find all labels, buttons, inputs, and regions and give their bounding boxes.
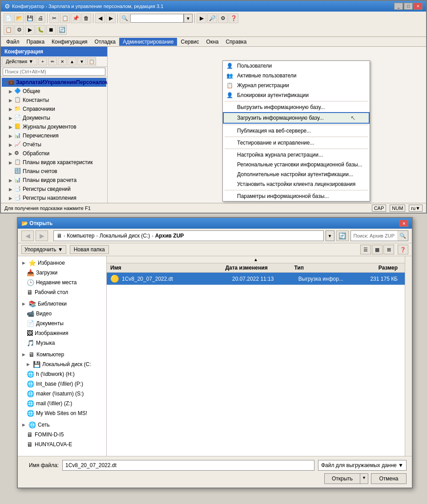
tree-item-directories[interactable]: ▶ 📁 Справочники <box>2 105 106 113</box>
search-toolbar-input[interactable] <box>130 14 184 23</box>
tree-item-enums[interactable]: ▶ 📊 Перечисления <box>2 131 106 140</box>
cancel-button[interactable]: Отмена <box>371 473 407 484</box>
paste-icon[interactable]: 📌 <box>71 13 81 23</box>
nav-music[interactable]: 🎵 Музыка <box>20 338 105 348</box>
menu-event-log[interactable]: 📋 Журнал регистрации <box>223 81 370 90</box>
menu-service[interactable]: Сервис <box>177 38 202 46</box>
tree-item-accounts[interactable]: 🔢 Планы счетов <box>2 167 106 176</box>
run-icon[interactable]: ▶ <box>197 13 206 23</box>
minimize-button[interactable]: _ <box>394 3 403 10</box>
copy-icon[interactable]: 📋 <box>60 13 70 23</box>
cut-icon[interactable]: ✂ <box>49 13 59 23</box>
nav-s-drive[interactable]: 🌐 maker (\\saturn) (S:) <box>20 389 105 399</box>
nav-h-drive[interactable]: 🌐 h (\\dbwork) (H:) <box>20 369 105 379</box>
status-lang[interactable]: ru▼ <box>409 205 423 212</box>
filetype-combo[interactable]: Файл для выгружаемых данне ▼ <box>318 460 407 471</box>
view-icons-button[interactable]: ⊞ <box>383 245 394 254</box>
menu-regional[interactable]: Региональные установки информационной ба… <box>223 160 370 169</box>
breadcrumb-disk[interactable]: Локальный диск (C:) <box>100 233 150 239</box>
print-icon[interactable]: 🖨 <box>36 13 45 23</box>
breadcrumb-folder[interactable]: Архив ZUP <box>155 233 184 239</box>
new-file-icon[interactable]: 📄 <box>4 13 13 23</box>
menu-configuration[interactable]: Конфигурация <box>48 38 91 46</box>
run2-icon[interactable]: ▶ <box>25 25 35 35</box>
menu-admin[interactable]: Администрирование <box>119 38 177 46</box>
organize-button[interactable]: Упорядочить ▼ <box>21 245 66 254</box>
menu-db-params[interactable]: Параметры информационной базы... <box>223 191 370 201</box>
tree-item-common[interactable]: ▶ 🔷 Общие <box>2 87 106 96</box>
tree-item-charplans[interactable]: ▶ 📋 Планы видов характеристик <box>2 158 106 167</box>
copy-panel-btn[interactable]: 📋 <box>87 57 96 65</box>
maximize-button[interactable]: □ <box>404 3 413 10</box>
debug-icon[interactable]: 🐛 <box>36 25 45 35</box>
menu-help[interactable]: Справка <box>222 38 250 46</box>
filename-input[interactable] <box>62 460 314 471</box>
menu-log-settings[interactable]: Настройка журнала регистрации... <box>223 150 370 160</box>
tree-item-root[interactable]: ▼ 💼 ЗарплатаИУправлениеПерсоналом <box>2 78 106 87</box>
col-header-type[interactable]: Тип <box>294 265 351 271</box>
delete-icon[interactable]: 🗑 <box>81 13 91 23</box>
open-file-icon[interactable]: 📂 <box>14 13 24 23</box>
dialog-close-button[interactable]: ✕ <box>399 220 408 227</box>
menu-import-db[interactable]: Загрузить информационную базу... ↖ <box>223 112 370 124</box>
actions-btn[interactable]: Действия ▼ <box>2 57 37 65</box>
refresh-toolbar-icon[interactable]: 🔄 <box>57 25 67 35</box>
file-list-scrollbar[interactable] <box>405 256 412 456</box>
col-header-name[interactable]: Имя <box>110 265 225 271</box>
open-dropdown-arrow[interactable]: ▼ <box>360 473 368 484</box>
close-button[interactable]: ✕ <box>414 3 423 10</box>
menu-extra-auth[interactable]: Дополнительные настройки аутентификации.… <box>223 169 370 179</box>
nav-recent[interactable]: 🕒 Недавние места <box>20 278 105 287</box>
nav-fomin[interactable]: 🖥 FOMIN-D-I5 <box>20 430 105 439</box>
tree-item-calcplans[interactable]: ▶ 📊 Планы видов расчета <box>2 176 106 185</box>
tree-item-accumregs[interactable]: ▶ 📑 Регистры накопления <box>2 194 106 202</box>
nav-documents[interactable]: 📄 Документы <box>20 319 105 328</box>
list-icon[interactable]: 📋 <box>4 25 13 35</box>
menu-web-publish[interactable]: Публикация на веб-сервере... <box>223 126 370 136</box>
menu-debug[interactable]: Отладка <box>91 38 119 46</box>
tree-item-processing[interactable]: ▶ ⚙ Обработки <box>2 149 106 158</box>
search-toolbar-icon[interactable]: 🔍 <box>120 13 129 23</box>
menu-license[interactable]: Установить настройки клиента лицензирова… <box>223 179 370 189</box>
nav-libraries[interactable]: ▶ 📚 Библиотеки <box>20 299 105 309</box>
new-folder-button[interactable]: Новая папка <box>70 245 109 254</box>
tree-item-constants[interactable]: ▶ 📋 Константы <box>2 96 106 105</box>
menu-test[interactable]: Тестирование и исправление... <box>223 138 370 148</box>
tree-item-inforegs[interactable]: ▶ 📑 Регистры сведений <box>2 185 106 194</box>
menu-windows[interactable]: Окна <box>203 38 222 46</box>
refresh-location-button[interactable]: 🔄 <box>336 230 349 241</box>
back-icon[interactable]: ◀ <box>95 13 105 23</box>
nav-computer[interactable]: ▶ 🖥 Компьютер <box>20 350 105 359</box>
menu-active-users[interactable]: 👥 Активные пользователи <box>223 71 370 81</box>
menu-users[interactable]: 👤 Пользователи <box>223 61 370 71</box>
add-btn[interactable]: + <box>38 57 47 65</box>
file-item-0[interactable]: 🟡 1Cv8_20_07_2022.dt 20.07.2022 11:13 Вы… <box>107 273 405 285</box>
open-button[interactable]: Открыть <box>324 473 360 484</box>
menu-edit[interactable]: Правка <box>23 38 48 46</box>
nav-downloads[interactable]: 📥 Загрузки <box>20 268 105 278</box>
search-submit-button[interactable]: 🔍 <box>397 231 408 241</box>
nav-web-sites[interactable]: 🌐 My Web Sites on MS! <box>20 408 105 418</box>
menu-auth-blocks[interactable]: 👤 Блокировки аутентификации <box>223 90 370 100</box>
nav-video[interactable]: 📹 Видео <box>20 309 105 319</box>
col-header-size[interactable]: Размер <box>352 265 401 271</box>
settings-icon[interactable]: ⚙ <box>218 13 228 23</box>
nav-network[interactable]: ▶ 🌐 Сеть <box>20 420 105 430</box>
col-header-date[interactable]: Дата изменения <box>225 265 294 271</box>
stop-icon[interactable]: ⏹ <box>46 25 56 35</box>
save-icon[interactable]: 💾 <box>25 13 35 23</box>
view-list-button[interactable]: ☰ <box>360 245 371 254</box>
del-btn[interactable]: ✕ <box>58 57 67 65</box>
view-details-button[interactable]: ▦ <box>372 245 383 254</box>
nav-z-drive[interactable]: 🌐 mail (\\filer) (Z:) <box>20 399 105 408</box>
move-down-btn[interactable]: ▼ <box>77 57 86 65</box>
nav-forward-button[interactable]: ▶ <box>36 230 48 241</box>
config-icon[interactable]: ⚙ <box>14 25 24 35</box>
forward-icon[interactable]: ▶ <box>106 13 116 23</box>
help-dialog-button[interactable]: ❓ <box>398 245 408 254</box>
nav-local-disk[interactable]: ▶ 💾 Локальный диск (C: <box>20 359 105 369</box>
nav-p-drive[interactable]: 🌐 Int_base (\\filer) (P:) <box>20 379 105 389</box>
nav-hunyalova[interactable]: 🖥 HUNYALOVA-E <box>20 439 105 449</box>
panel-search-input[interactable] <box>3 68 105 76</box>
tree-item-documents[interactable]: ▶ 📄 Документы <box>2 113 106 122</box>
